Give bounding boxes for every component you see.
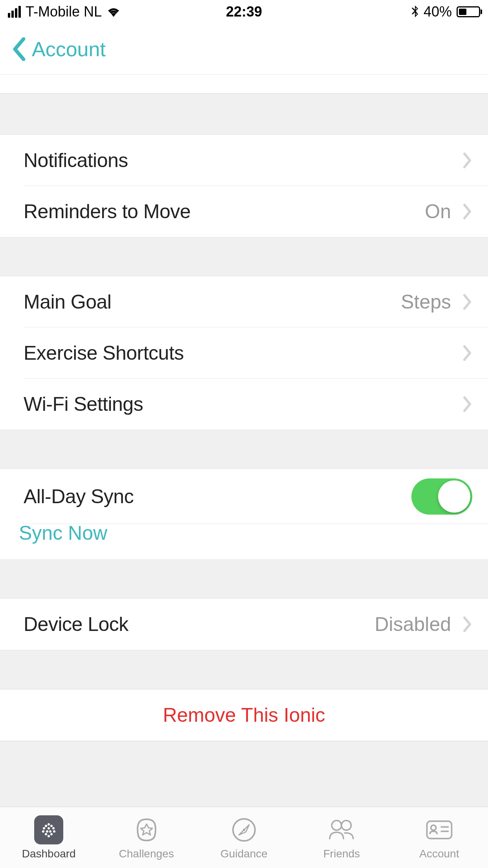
toggle-knob	[438, 480, 470, 513]
svg-point-3	[43, 827, 45, 829]
battery-icon	[457, 6, 480, 17]
tab-friends[interactable]: Friends	[293, 807, 390, 868]
svg-point-15	[332, 820, 342, 830]
svg-point-10	[45, 833, 47, 835]
account-icon	[425, 815, 454, 844]
row-value: Disabled	[374, 613, 451, 636]
svg-point-1	[45, 825, 47, 827]
tab-label: Challenges	[119, 848, 174, 860]
row-value: On	[425, 200, 451, 223]
chevron-right-icon	[463, 345, 472, 361]
row-label: Wi-Fi Settings	[24, 393, 463, 416]
row-label: Reminders to Move	[24, 200, 425, 223]
row-device-lock[interactable]: Device Lock Disabled	[24, 599, 488, 650]
bottom-gap	[0, 741, 488, 807]
chevron-right-icon	[463, 294, 472, 310]
svg-point-18	[431, 825, 436, 830]
guidance-icon	[229, 815, 259, 844]
row-reminders[interactable]: Reminders to Move On	[24, 186, 488, 237]
status-bar: T-Mobile NL 22:39 40%	[0, 0, 488, 24]
row-main-goal[interactable]: Main Goal Steps	[24, 276, 488, 327]
svg-point-5	[52, 827, 55, 829]
section-gap	[0, 430, 488, 469]
svg-point-7	[46, 830, 48, 833]
back-label: Account	[32, 37, 106, 61]
row-allday-sync: All-Day Sync	[24, 469, 488, 524]
challenges-icon	[132, 815, 161, 844]
row-exercise-shortcuts[interactable]: Exercise Shortcuts	[24, 327, 488, 379]
tab-bar: Dashboard Challenges Guidance	[0, 807, 488, 868]
section-goals: Main Goal Steps Exercise Shortcuts Wi-Fi…	[0, 276, 488, 430]
svg-point-16	[341, 820, 351, 830]
chevron-right-icon	[463, 203, 472, 220]
chevron-right-icon	[463, 152, 472, 169]
sync-now-label: Sync Now	[19, 522, 107, 560]
row-wifi-settings[interactable]: Wi-Fi Settings	[24, 379, 488, 430]
svg-point-0	[48, 823, 50, 826]
tab-label: Dashboard	[22, 848, 76, 860]
row-label: Main Goal	[24, 291, 401, 313]
svg-point-2	[50, 825, 53, 827]
svg-point-12	[48, 835, 50, 837]
section-device-lock: Device Lock Disabled	[0, 599, 488, 650]
row-notifications[interactable]: Notifications	[24, 135, 488, 186]
tab-guidance[interactable]: Guidance	[195, 807, 293, 868]
svg-point-6	[42, 830, 44, 833]
nav-header: Account	[0, 24, 488, 75]
row-sync-now[interactable]: Sync Now	[24, 524, 488, 559]
wifi-icon	[106, 7, 121, 17]
carrier-label: T-Mobile NL	[26, 4, 102, 20]
friends-icon	[327, 815, 356, 844]
chevron-right-icon	[463, 616, 472, 633]
svg-point-4	[48, 827, 50, 829]
tab-dashboard[interactable]: Dashboard	[0, 807, 97, 868]
tab-label: Friends	[323, 848, 360, 860]
signal-icon	[8, 6, 21, 18]
section-notifications: Notifications Reminders to Move On	[0, 135, 488, 237]
chevron-right-icon	[463, 396, 472, 412]
svg-point-8	[49, 830, 51, 833]
status-right: 40%	[323, 4, 480, 20]
content: Notifications Reminders to Move On Main …	[0, 75, 488, 807]
chevron-left-icon	[12, 37, 26, 61]
dashboard-icon	[34, 815, 63, 844]
svg-point-14	[243, 829, 245, 831]
svg-point-9	[53, 830, 55, 833]
status-left: T-Mobile NL	[8, 4, 165, 20]
row-label: Notifications	[24, 149, 463, 172]
back-button[interactable]: Account	[12, 37, 106, 61]
row-value: Steps	[401, 291, 451, 313]
section-gap	[0, 237, 488, 276]
tab-account[interactable]: Account	[391, 807, 488, 868]
toggle-allday-sync[interactable]	[411, 478, 472, 515]
remove-label: Remove This Ionic	[163, 704, 325, 726]
tab-challenges[interactable]: Challenges	[97, 807, 195, 868]
bluetooth-icon	[411, 5, 419, 18]
row-label: Exercise Shortcuts	[24, 342, 463, 364]
row-label: All-Day Sync	[24, 485, 411, 508]
section-gap	[0, 650, 488, 689]
svg-rect-17	[427, 821, 451, 838]
tab-label: Account	[419, 848, 459, 860]
row-remove-device[interactable]: Remove This Ionic	[0, 689, 488, 741]
tab-label: Guidance	[220, 848, 268, 860]
section-sync: All-Day Sync Sync Now	[0, 469, 488, 559]
section-gap	[0, 559, 488, 599]
battery-percent: 40%	[424, 4, 452, 20]
row-label: Device Lock	[24, 613, 374, 636]
section-gap	[0, 94, 488, 135]
spacer	[0, 75, 488, 94]
svg-point-11	[50, 833, 53, 835]
status-time: 22:39	[165, 4, 323, 20]
